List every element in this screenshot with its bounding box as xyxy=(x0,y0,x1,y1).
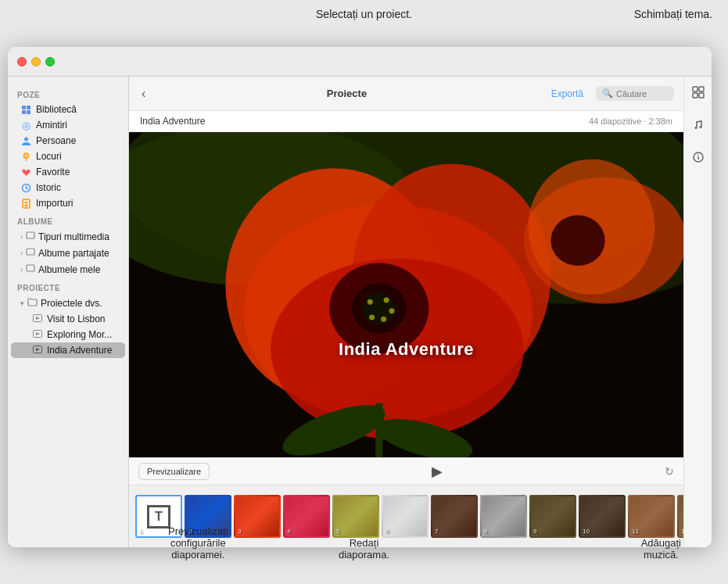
thumb-container-6: 6 xyxy=(382,495,429,538)
albume-partajate-icon xyxy=(26,247,35,259)
svg-point-33 xyxy=(384,297,389,303)
svg-rect-12 xyxy=(27,232,34,238)
sidebar-item-albume-partajate-label: Albume partajate xyxy=(38,248,109,259)
minimize-button[interactable] xyxy=(31,57,41,66)
svg-rect-14 xyxy=(27,265,34,271)
slide-num-10: 10 xyxy=(583,528,590,535)
slide-thumb-8[interactable]: 8 xyxy=(480,495,527,538)
search-input[interactable] xyxy=(616,89,671,99)
slideshow-icon-3 xyxy=(33,345,42,356)
sidebar-item-exploring-mor[interactable]: Exploring Mor... xyxy=(11,327,125,342)
info-button[interactable] xyxy=(690,149,707,168)
slideshow-title: India Adventure xyxy=(140,116,589,127)
sidebar-item-persoane-label: Persoane xyxy=(36,135,76,146)
svg-rect-45 xyxy=(693,93,698,98)
slide-num-12: 12 xyxy=(681,528,683,535)
maximize-button[interactable] xyxy=(45,57,55,66)
svg-point-32 xyxy=(368,299,373,305)
svg-point-31 xyxy=(363,292,396,325)
chevron-icon-3: › xyxy=(20,266,23,274)
loop-button[interactable]: ↻ xyxy=(665,465,674,478)
sidebar-item-tipuri[interactable]: › Tipuri multimedia xyxy=(11,228,125,245)
svg-marker-18 xyxy=(36,332,40,335)
slide-num-7: 7 xyxy=(435,528,438,535)
sidebar-item-locuri-label: Locuri xyxy=(36,151,62,162)
theme-button[interactable] xyxy=(689,83,708,104)
slide-thumb-3[interactable]: 3 xyxy=(234,495,281,538)
sidebar-item-persoane[interactable]: Persoane xyxy=(11,133,125,149)
sidebar-item-locuri[interactable]: Locuri xyxy=(11,149,125,164)
annotation-top-right: Schimbați tema. xyxy=(634,8,712,20)
slide-thumb-12[interactable]: 12 xyxy=(677,495,683,538)
preview-area: India Adventure xyxy=(129,132,683,457)
thumb-container-4: 4 xyxy=(283,495,330,538)
slide-thumb-7[interactable]: 7 xyxy=(431,495,478,538)
export-button[interactable]: Exportă xyxy=(545,85,590,102)
svg-point-39 xyxy=(550,215,604,266)
sidebar: Poze Bibliotecă ◎ Amintiri xyxy=(8,77,129,547)
thumb-container-2: 2 xyxy=(185,495,231,538)
sidebar-item-amintiri-label: Amintiri xyxy=(36,120,67,131)
tipuri-icon xyxy=(26,231,35,242)
slideshow-icon-2 xyxy=(33,329,42,340)
slide-num-8: 8 xyxy=(484,528,487,535)
sidebar-item-importuri-label: Importuri xyxy=(36,198,73,209)
svg-rect-1 xyxy=(27,106,30,109)
svg-point-47 xyxy=(694,127,697,129)
sidebar-section-proiecte: Proiecte xyxy=(8,278,128,295)
sidebar-item-visit-lisbon-label: Visit to Lisbon xyxy=(47,313,106,324)
slide-thumb-9[interactable]: 9 xyxy=(529,495,576,538)
svg-point-48 xyxy=(699,126,701,128)
sidebar-item-visit-lisbon[interactable]: Visit to Lisbon xyxy=(11,311,125,327)
importuri-icon xyxy=(20,198,31,209)
back-button[interactable]: ‹ xyxy=(138,84,149,104)
svg-rect-46 xyxy=(699,93,704,98)
sidebar-item-proiectele-dvs[interactable]: ▾ Proiectele dvs. xyxy=(11,295,125,311)
filmstrip[interactable]: T 1 2 3 xyxy=(129,485,683,547)
slide-thumb-10[interactable]: 10 xyxy=(579,495,626,538)
search-icon: 🔍 xyxy=(602,88,613,99)
music-button[interactable] xyxy=(690,116,707,136)
content-area: ‹ Proiecte Exportă 🔍 India Adventure 44 … xyxy=(129,77,683,547)
favorite-icon xyxy=(20,167,31,177)
sidebar-item-tipuri-label: Tipuri multimedia xyxy=(38,231,109,242)
slide-thumb-6[interactable]: 6 xyxy=(382,495,429,538)
main-layout: Poze Bibliotecă ◎ Amintiri xyxy=(8,77,712,547)
slide-thumb-2[interactable]: 2 xyxy=(185,495,231,538)
slide-thumb-4[interactable]: 4 xyxy=(283,495,330,538)
locuri-icon xyxy=(20,151,31,162)
svg-marker-20 xyxy=(36,348,40,351)
play-button[interactable]: ▶ xyxy=(432,463,443,480)
sidebar-item-istoric[interactable]: Istoric xyxy=(11,180,125,195)
slide-thumb-1[interactable]: T 1 xyxy=(135,495,182,538)
chevron-icon-4: ▾ xyxy=(20,299,24,307)
title-thumb-inner: T xyxy=(147,505,170,528)
thumb-container-5: 5 xyxy=(332,495,379,538)
svg-rect-3 xyxy=(27,110,30,114)
sidebar-item-albume-partajate[interactable]: › Albume partajate xyxy=(11,245,125,261)
slide-thumb-11[interactable]: 11 xyxy=(628,495,675,538)
slide-num-2: 2 xyxy=(188,528,192,535)
library-icon xyxy=(20,104,31,115)
svg-point-36 xyxy=(369,314,375,320)
slide-thumb-5[interactable]: 5 xyxy=(332,495,379,538)
sidebar-item-favorite[interactable]: Favorite xyxy=(11,164,125,180)
amintiri-icon: ◎ xyxy=(20,120,31,131)
chevron-icon: › xyxy=(20,233,23,241)
traffic-lights xyxy=(17,57,55,66)
folder-icon xyxy=(27,297,38,309)
preview-button[interactable]: Previzualizare xyxy=(138,463,210,480)
search-box: 🔍 xyxy=(596,86,674,101)
close-button[interactable] xyxy=(17,57,27,66)
sidebar-item-importuri[interactable]: Importuri xyxy=(11,195,125,211)
thumb-container-3: 3 xyxy=(234,495,281,538)
sidebar-item-biblioteca[interactable]: Bibliotecă xyxy=(11,102,125,117)
slideshow-icon-1 xyxy=(33,313,42,324)
sidebar-item-amintiri[interactable]: ◎ Amintiri xyxy=(11,117,125,133)
thumb-container-1: T 1 xyxy=(135,495,182,538)
sidebar-item-india-adventure[interactable]: India Adventure xyxy=(11,342,125,358)
sidebar-item-india-adventure-label: India Adventure xyxy=(47,345,112,356)
thumb-container-10: 10 xyxy=(579,495,626,538)
sidebar-item-albumele-mele[interactable]: › Albumele mele xyxy=(11,261,125,278)
right-sidebar xyxy=(683,77,712,547)
